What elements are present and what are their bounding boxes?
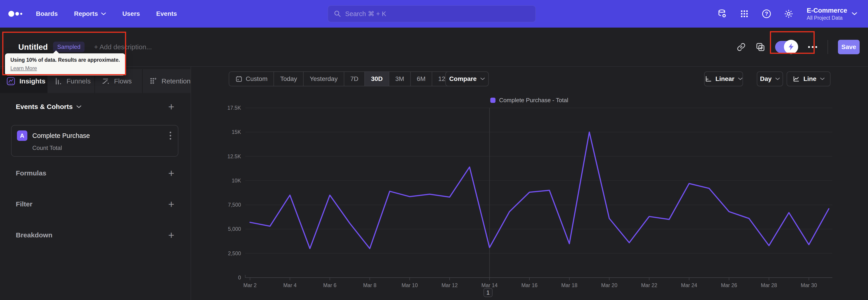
- svg-text:Mar 20: Mar 20: [601, 282, 618, 288]
- svg-text:0: 0: [238, 275, 241, 280]
- event-name: Complete Purchase: [32, 132, 90, 140]
- breakdown-label: Breakdown: [16, 231, 53, 239]
- nav-item-events[interactable]: Events: [156, 10, 177, 18]
- learn-more-link[interactable]: Learn More: [10, 65, 37, 71]
- svg-text:Mar 8: Mar 8: [363, 282, 376, 288]
- flows-icon: [101, 77, 110, 86]
- svg-text:7,500: 7,500: [228, 202, 241, 208]
- svg-text:Mar 30: Mar 30: [801, 282, 817, 288]
- range-30d[interactable]: 30D: [365, 72, 389, 86]
- svg-text:Mar 22: Mar 22: [641, 282, 657, 288]
- formulas-section: Formulas +: [0, 166, 191, 180]
- chart-legend[interactable]: Complete Purchase - Total: [191, 97, 868, 104]
- copy-link-icon[interactable]: [737, 42, 746, 52]
- breakdown-section: Breakdown +: [0, 228, 191, 242]
- event-metric[interactable]: Count Total: [32, 145, 178, 151]
- svg-text:Mar 24: Mar 24: [681, 282, 698, 288]
- chevron-down-icon: [820, 78, 825, 80]
- svg-text:Mar 10: Mar 10: [402, 282, 418, 288]
- svg-text:?: ?: [765, 11, 768, 17]
- project-scope: All Project Data: [807, 15, 847, 21]
- date-range-selector: Custom Today Yesterday 7D 30D 3M 6M 12M: [229, 71, 457, 86]
- save-button[interactable]: Save: [838, 40, 860, 54]
- chevron-down-icon: [852, 12, 857, 16]
- svg-text:15K: 15K: [232, 129, 241, 135]
- range-custom[interactable]: Custom: [229, 72, 274, 86]
- legend-swatch: [490, 98, 495, 103]
- add-formula-button[interactable]: +: [168, 169, 174, 178]
- lightning-bolt-icon: [784, 40, 798, 54]
- nav-item-reports[interactable]: Reports: [74, 10, 106, 18]
- chevron-down-icon: [738, 78, 743, 80]
- filter-label: Filter: [16, 200, 32, 208]
- data-management-icon[interactable]: [717, 8, 727, 19]
- line-chart-icon: [793, 75, 800, 83]
- svg-text:Mar 14: Mar 14: [482, 282, 498, 288]
- svg-text:Mar 12: Mar 12: [441, 282, 458, 288]
- interval-selector[interactable]: Day: [757, 71, 783, 86]
- add-description-field[interactable]: + Add description...: [94, 43, 152, 51]
- settings-gear-icon[interactable]: [783, 8, 794, 19]
- project-switcher[interactable]: E-Commerce All Project Data: [807, 7, 857, 21]
- top-nav: Boards Reports Users Events Search ⌘ + K…: [0, 0, 868, 28]
- retention-icon: [149, 77, 158, 86]
- sampling-toggle[interactable]: [775, 41, 798, 53]
- add-event-button[interactable]: +: [168, 102, 174, 111]
- apps-grid-icon[interactable]: [739, 8, 750, 19]
- events-cohorts-header: Events & Cohorts +: [0, 100, 191, 114]
- mixpanel-logo-icon[interactable]: [8, 0, 23, 28]
- range-7d[interactable]: 7D: [344, 72, 365, 86]
- query-builder-sidebar: Insights Funnels Flows Retention Events …: [0, 67, 191, 300]
- chevron-down-icon: [76, 106, 81, 108]
- svg-text:Mar 28: Mar 28: [761, 282, 777, 288]
- insights-icon: [6, 77, 16, 86]
- chevron-down-icon: [101, 12, 106, 16]
- svg-text:2,500: 2,500: [228, 250, 241, 257]
- nav-item-users[interactable]: Users: [122, 10, 140, 18]
- svg-text:Mar 26: Mar 26: [721, 282, 737, 288]
- filter-section: Filter +: [0, 197, 191, 211]
- range-yesterday[interactable]: Yesterday: [304, 72, 344, 86]
- more-options-icon[interactable]: [808, 46, 817, 49]
- range-today[interactable]: Today: [274, 72, 304, 86]
- svg-text:Mar 6: Mar 6: [323, 282, 337, 288]
- add-to-board-icon[interactable]: [756, 42, 765, 52]
- scale-selector[interactable]: Linear: [704, 71, 743, 86]
- add-filter-button[interactable]: +: [168, 200, 174, 209]
- event-card[interactable]: A Complete Purchase Count Total: [11, 125, 178, 157]
- event-letter-badge: A: [17, 130, 27, 141]
- chart-type-selector[interactable]: Line: [786, 71, 831, 86]
- divider: [828, 40, 828, 54]
- svg-text:5,000: 5,000: [228, 226, 241, 232]
- svg-text:10K: 10K: [232, 178, 241, 184]
- formulas-label: Formulas: [16, 169, 46, 177]
- sampling-tooltip: Using 10% of data. Results are approxima…: [5, 53, 125, 76]
- svg-text:Mar 2: Mar 2: [243, 282, 257, 288]
- report-header: Untitled Sampled + Add description... Sa…: [0, 28, 868, 67]
- help-icon[interactable]: ?: [761, 8, 772, 19]
- search-input[interactable]: Search ⌘ + K: [328, 5, 536, 22]
- project-name: E-Commerce: [807, 7, 847, 14]
- funnels-icon: [54, 77, 62, 86]
- chevron-down-icon: [775, 78, 780, 80]
- tab-retention[interactable]: Retention: [142, 69, 191, 93]
- add-breakdown-button[interactable]: +: [168, 231, 174, 240]
- svg-text:Mar 16: Mar 16: [521, 282, 537, 288]
- search-placeholder: Search ⌘ + K: [345, 10, 386, 18]
- svg-text:Mar 18: Mar 18: [561, 282, 578, 288]
- linear-axis-icon: [705, 75, 712, 83]
- nav-item-boards[interactable]: Boards: [36, 10, 58, 18]
- range-3m[interactable]: 3M: [389, 72, 411, 86]
- calendar-icon: [235, 75, 243, 83]
- svg-text:Mar 4: Mar 4: [283, 282, 297, 288]
- svg-text:17.5K: 17.5K: [227, 105, 241, 111]
- search-icon: [334, 10, 341, 18]
- tooltip-text: Using 10% of data. Results are approxima…: [10, 57, 120, 63]
- event-kebab-menu-icon[interactable]: [169, 131, 172, 140]
- range-6m[interactable]: 6M: [411, 72, 432, 86]
- compare-button[interactable]: Compare: [445, 71, 489, 86]
- chevron-down-icon: [480, 78, 485, 80]
- annotation-marker[interactable]: 1: [484, 288, 493, 297]
- report-title[interactable]: Untitled: [18, 42, 48, 52]
- events-cohorts-label[interactable]: Events & Cohorts: [16, 103, 81, 111]
